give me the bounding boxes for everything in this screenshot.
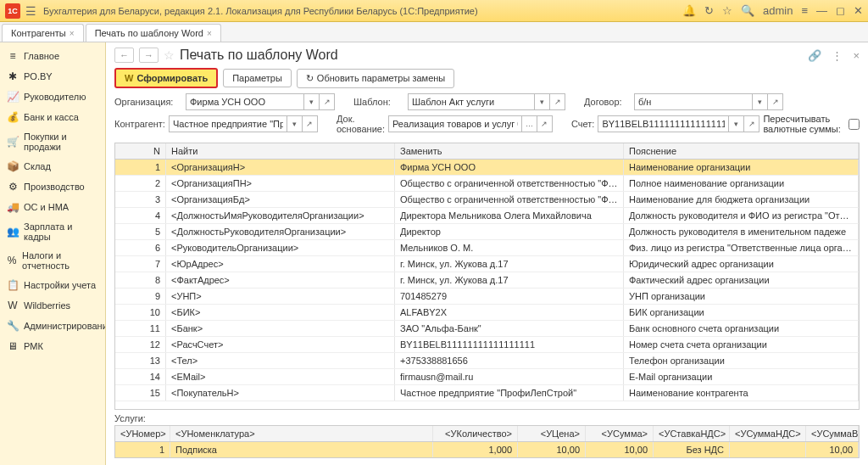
tab-contragents[interactable]: Контрагенты× xyxy=(2,24,84,42)
close-icon[interactable]: × xyxy=(207,29,212,38)
dropdown-icon[interactable]: ▾ xyxy=(729,115,744,132)
user-label[interactable]: admin xyxy=(763,4,793,17)
table-row[interactable]: 13<Тел>+375338881656Телефон организации xyxy=(115,353,859,369)
search-icon[interactable]: 🔍 xyxy=(741,4,754,17)
col-explain[interactable]: Пояснение xyxy=(624,143,859,159)
cell-replace: BY11BELB11111111111111111 xyxy=(395,337,624,352)
update-button[interactable]: ↻Обновить параметры замены xyxy=(297,69,454,88)
org-field[interactable] xyxy=(186,93,304,110)
cell-find: <БИК> xyxy=(166,305,395,320)
sidebar-item[interactable]: 🖥РМК xyxy=(0,336,105,356)
table-row[interactable]: 12<РасчСчет>BY11BELB11111111111111111Ном… xyxy=(115,337,859,353)
col-n[interactable]: N xyxy=(115,143,166,159)
table-row[interactable]: 14<EMail>firmausn@mail.ruE-Mail организа… xyxy=(115,369,859,385)
col-replace[interactable]: Заменить xyxy=(395,143,624,159)
dropdown-icon[interactable]: ▾ xyxy=(535,93,550,110)
open-icon[interactable]: ↗ xyxy=(320,93,335,110)
acc-field[interactable] xyxy=(598,115,729,132)
open-icon[interactable]: ↗ xyxy=(303,115,318,132)
cell-n: 3 xyxy=(115,192,166,207)
sidebar-item[interactable]: ⚙Производство xyxy=(0,176,105,197)
dog-field[interactable] xyxy=(634,93,753,110)
star-icon[interactable]: ☆ xyxy=(722,4,732,17)
sidebar-item[interactable]: ≡Главное xyxy=(0,46,105,66)
cell-replace: firmausn@mail.ru xyxy=(395,369,624,384)
sidebar-item[interactable]: 🔧Администрирование xyxy=(0,316,105,336)
settings-icon[interactable]: ≡ xyxy=(801,4,808,17)
recalc-checkbox[interactable] xyxy=(849,119,860,130)
table-row[interactable]: 1Подписка1,00010,0010,00Без НДС10,00 xyxy=(115,442,859,457)
minimize-icon[interactable]: — xyxy=(816,4,827,17)
table-row[interactable]: 15<ПокупательН>Частное предприятие "Проф… xyxy=(115,385,859,401)
button-label: Сформировать xyxy=(136,73,208,83)
sidebar-label: Зарплата и кадры xyxy=(24,221,98,242)
sidebar-icon: 🖥 xyxy=(7,340,19,352)
table-row[interactable]: 3<ОрганизацияБд>Общество с ограниченной … xyxy=(115,192,859,208)
open-icon[interactable]: ↗ xyxy=(768,93,783,110)
sidebar-item[interactable]: 📦Склад xyxy=(0,156,105,176)
sidebar-item[interactable]: ✱PO.BY xyxy=(0,66,105,87)
tpl-field[interactable] xyxy=(408,93,535,110)
main-grid[interactable]: N Найти Заменить Пояснение 1<Организация… xyxy=(114,143,860,410)
col-uvsum[interactable]: <УСуммаНДС> xyxy=(730,426,806,441)
table-row[interactable]: 2<ОрганизацияПН>Общество с ограниченной … xyxy=(115,176,859,192)
dropdown-icon[interactable]: ▾ xyxy=(304,93,320,110)
sidebar-item[interactable]: %Налоги и отчетность xyxy=(0,246,105,275)
col-unum[interactable]: <УНомер> xyxy=(115,426,170,441)
sidebar-item[interactable]: 🛒Покупки и продажи xyxy=(0,127,105,156)
table-row[interactable]: 5<ДолжностьРуководителяОрганизации>Дирек… xyxy=(115,224,859,240)
cell-explain: Банк основного счета организации xyxy=(624,321,859,336)
services-grid[interactable]: <УНомер> <УНоменклатура> <УКоличество> <… xyxy=(114,425,860,458)
col-find[interactable]: Найти xyxy=(166,143,395,159)
history-icon[interactable]: ↻ xyxy=(704,4,714,17)
tab-print-template[interactable]: Печать по шаблону Word× xyxy=(86,24,221,42)
sidebar-item[interactable]: 💰Банк и касса xyxy=(0,107,105,127)
more-icon[interactable]: ⋮ xyxy=(832,49,843,62)
sidebar-item[interactable]: 📋Настройки учета xyxy=(0,275,105,295)
doc-field[interactable] xyxy=(388,115,522,132)
link-icon[interactable]: 🔗 xyxy=(808,49,821,62)
col-unom[interactable]: <УНоменклатура> xyxy=(170,426,433,441)
ellipsis-icon[interactable]: … xyxy=(522,115,537,132)
col-utot[interactable]: <УСуммаВсего> xyxy=(806,426,859,441)
form-button[interactable]: WСформировать xyxy=(114,68,218,88)
table-row[interactable]: 9<УНП>701485279УНП организации xyxy=(115,289,859,305)
close-icon[interactable]: × xyxy=(853,49,860,62)
col-uqty[interactable]: <УКоличество> xyxy=(433,426,518,441)
forward-icon[interactable]: → xyxy=(139,48,159,63)
open-icon[interactable]: ↗ xyxy=(744,115,760,132)
sidebar-item[interactable]: 👥Зарплата и кадры xyxy=(0,217,105,246)
table-row[interactable]: 8<ФактАдрес>г. Минск, ул. Жукова д.17Фак… xyxy=(115,272,859,289)
close-icon[interactable]: × xyxy=(70,29,75,38)
sidebar-label: Администрирование xyxy=(24,321,106,331)
sidebar-item[interactable]: 🚚ОС и НМА xyxy=(0,197,105,217)
col-uprice[interactable]: <УЦена> xyxy=(518,426,586,441)
table-row[interactable]: 11<Банк>ЗАО "Альфа-Банк"Банк основного с… xyxy=(115,321,859,337)
back-icon[interactable]: ← xyxy=(114,48,134,63)
col-usum[interactable]: <УСумма> xyxy=(586,426,654,441)
close-icon[interactable]: ✕ xyxy=(854,4,863,17)
doc-label: Док. основание: xyxy=(337,114,385,134)
col-uvat[interactable]: <УСтавкаНДС> xyxy=(654,426,730,441)
maximize-icon[interactable]: ◻ xyxy=(836,4,845,17)
params-button[interactable]: Параметры xyxy=(223,69,292,87)
org-label: Организация: xyxy=(114,97,182,107)
dropdown-icon[interactable]: ▾ xyxy=(287,115,303,132)
dropdown-icon[interactable]: ▾ xyxy=(753,93,768,110)
table-row[interactable]: 4<ДолжностьИмяРуководителяОрганизации>Ди… xyxy=(115,208,859,224)
open-icon[interactable]: ↗ xyxy=(550,93,565,110)
table-row[interactable]: 10<БИК>ALFABY2XБИК организации xyxy=(115,305,859,321)
open-icon[interactable]: ↗ xyxy=(537,115,553,132)
sidebar-item[interactable]: 📈Руководителю xyxy=(0,87,105,107)
menu-icon[interactable]: ☰ xyxy=(25,4,36,18)
table-row[interactable]: 7<ЮрАдрес>г. Минск, ул. Жукова д.17Юриди… xyxy=(115,256,859,272)
cell-find: <УНП> xyxy=(166,289,395,304)
bell-icon[interactable]: 🔔 xyxy=(682,4,696,17)
ka-field[interactable] xyxy=(169,115,287,132)
sidebar-item[interactable]: WWildberries xyxy=(0,295,105,316)
services-label: Услуги: xyxy=(106,410,868,425)
table-row[interactable]: 6<РуководительОрганизации>Мельников О. М… xyxy=(115,240,859,256)
favorite-icon[interactable]: ☆ xyxy=(164,48,175,62)
table-row[interactable]: 1<ОрганизацияН>Фирма УСН ОООНаименование… xyxy=(115,160,859,176)
cell-replace: Мельников О. М. xyxy=(395,240,624,255)
